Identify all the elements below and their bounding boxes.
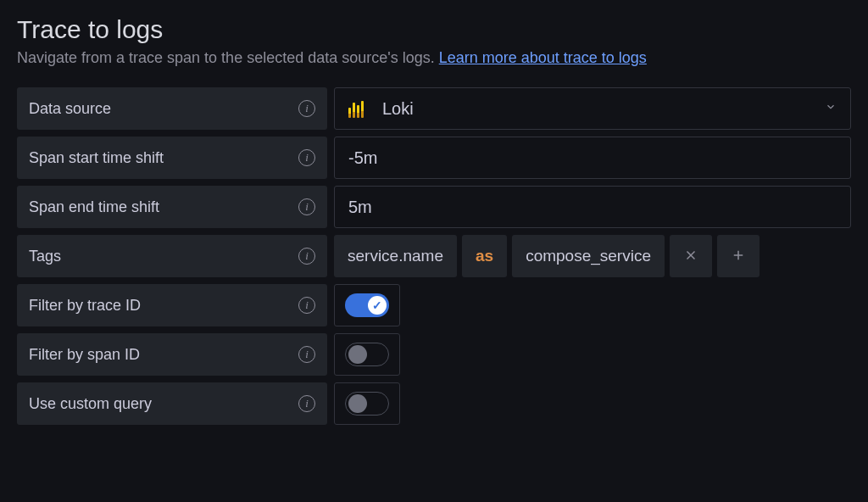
filter-trace-toggle[interactable]: ✓: [345, 293, 389, 317]
info-icon[interactable]: i: [298, 297, 315, 314]
section-subtitle: Navigate from a trace span to the select…: [17, 49, 851, 67]
data-source-select[interactable]: Loki: [334, 87, 851, 130]
add-tag-button[interactable]: [717, 235, 760, 277]
info-icon[interactable]: i: [298, 149, 315, 166]
plus-icon: [731, 244, 746, 268]
check-icon: ✓: [372, 298, 382, 312]
info-icon[interactable]: i: [298, 248, 315, 265]
tag-as-label: as: [462, 235, 507, 277]
custom-query-label: Use custom query i: [17, 382, 327, 425]
filter-trace-toggle-wrap: ✓: [334, 284, 400, 326]
remove-tag-button[interactable]: [670, 235, 712, 277]
tag-value-input[interactable]: compose_service: [512, 235, 665, 277]
custom-query-toggle[interactable]: [345, 392, 389, 416]
loki-icon: [348, 99, 367, 118]
tags-label: Tags i: [17, 235, 327, 277]
span-end-label: Span end time shift i: [17, 186, 327, 228]
custom-query-toggle-wrap: [334, 382, 400, 425]
tag-key-input[interactable]: service.name: [334, 235, 457, 277]
span-start-input[interactable]: [334, 137, 851, 179]
filter-trace-label: Filter by trace ID i: [17, 284, 327, 326]
section-title: Trace to logs: [17, 15, 851, 44]
span-start-label: Span start time shift i: [17, 137, 327, 179]
data-source-value: Loki: [382, 99, 825, 119]
info-icon[interactable]: i: [298, 100, 315, 117]
filter-span-toggle-wrap: [334, 333, 400, 376]
info-icon[interactable]: i: [298, 198, 315, 215]
filter-span-toggle[interactable]: [345, 343, 389, 366]
learn-more-link[interactable]: Learn more about trace to logs: [439, 49, 647, 66]
filter-span-label: Filter by span ID i: [17, 333, 327, 376]
chevron-down-icon: [825, 101, 837, 116]
data-source-label: Data source i: [17, 87, 327, 130]
span-end-input[interactable]: [334, 186, 851, 228]
close-icon: [683, 244, 698, 268]
info-icon[interactable]: i: [298, 346, 315, 363]
info-icon[interactable]: i: [298, 395, 315, 412]
